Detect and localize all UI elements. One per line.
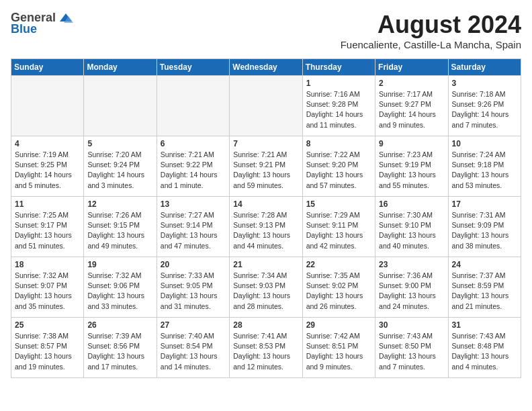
calendar-cell: 20Sunrise: 7:33 AMSunset: 9:05 PMDayligh… (157, 257, 229, 318)
day-number: 24 (452, 260, 517, 269)
day-number: 9 (379, 139, 444, 148)
day-number: 31 (452, 320, 517, 330)
calendar-week-2: 4Sunrise: 7:19 AMSunset: 9:25 PMDaylight… (11, 136, 521, 197)
day-number: 17 (452, 199, 517, 209)
logo-icon (58, 12, 73, 24)
day-header-tuesday: Tuesday (157, 59, 229, 76)
day-number: 14 (233, 199, 298, 209)
day-header-thursday: Thursday (302, 59, 375, 76)
page-header: General Blue August 2024 Fuencaliente, C… (11, 11, 521, 50)
day-number: 18 (15, 260, 80, 269)
day-number: 25 (15, 320, 80, 330)
cell-details: Sunrise: 7:40 AMSunset: 8:54 PMDaylight:… (161, 331, 226, 372)
day-number: 10 (452, 139, 517, 148)
calendar-cell: 12Sunrise: 7:26 AMSunset: 9:15 PMDayligh… (84, 197, 157, 257)
cell-details: Sunrise: 7:30 AMSunset: 9:10 PMDaylight:… (379, 210, 444, 251)
calendar-cell: 21Sunrise: 7:34 AMSunset: 9:03 PMDayligh… (230, 257, 302, 318)
cell-details: Sunrise: 7:32 AMSunset: 9:07 PMDaylight:… (15, 271, 80, 312)
calendar-table: SundayMondayTuesdayWednesdayThursdayFrid… (11, 58, 521, 378)
day-number: 29 (306, 320, 371, 330)
logo: General Blue (11, 11, 73, 36)
day-number: 8 (306, 139, 371, 148)
cell-details: Sunrise: 7:42 AMSunset: 8:51 PMDaylight:… (306, 331, 371, 372)
location: Fuencaliente, Castille-La Mancha, Spain (341, 39, 521, 50)
day-number: 16 (379, 199, 444, 209)
calendar-cell (230, 76, 302, 136)
day-number: 7 (233, 139, 298, 148)
day-number: 23 (379, 260, 444, 269)
calendar-cell: 28Sunrise: 7:41 AMSunset: 8:53 PMDayligh… (230, 318, 302, 378)
calendar-cell: 16Sunrise: 7:30 AMSunset: 9:10 PMDayligh… (375, 197, 448, 257)
calendar-cell: 8Sunrise: 7:22 AMSunset: 9:20 PMDaylight… (302, 136, 375, 197)
day-number: 6 (161, 139, 226, 148)
cell-details: Sunrise: 7:31 AMSunset: 9:09 PMDaylight:… (452, 210, 517, 251)
cell-details: Sunrise: 7:22 AMSunset: 9:20 PMDaylight:… (306, 150, 371, 191)
day-number: 2 (379, 79, 444, 88)
calendar-cell: 9Sunrise: 7:23 AMSunset: 9:19 PMDaylight… (375, 136, 448, 197)
calendar-cell: 13Sunrise: 7:27 AMSunset: 9:14 PMDayligh… (157, 197, 229, 257)
cell-details: Sunrise: 7:18 AMSunset: 9:26 PMDaylight:… (452, 89, 517, 130)
calendar-cell: 4Sunrise: 7:19 AMSunset: 9:25 PMDaylight… (11, 136, 84, 197)
calendar-cell: 17Sunrise: 7:31 AMSunset: 9:09 PMDayligh… (448, 197, 521, 257)
calendar-week-1: 1Sunrise: 7:16 AMSunset: 9:28 PMDaylight… (11, 76, 521, 136)
day-header-wednesday: Wednesday (230, 59, 302, 76)
calendar-cell: 10Sunrise: 7:24 AMSunset: 9:18 PMDayligh… (448, 136, 521, 197)
day-number: 4 (15, 139, 80, 148)
day-header-sunday: Sunday (11, 59, 84, 76)
calendar-cell: 6Sunrise: 7:21 AMSunset: 9:22 PMDaylight… (157, 136, 229, 197)
calendar-cell: 18Sunrise: 7:32 AMSunset: 9:07 PMDayligh… (11, 257, 84, 318)
cell-details: Sunrise: 7:39 AMSunset: 8:56 PMDaylight:… (87, 331, 152, 372)
cell-details: Sunrise: 7:35 AMSunset: 9:02 PMDaylight:… (306, 271, 371, 312)
cell-details: Sunrise: 7:21 AMSunset: 9:21 PMDaylight:… (233, 150, 298, 191)
day-number: 13 (161, 199, 226, 209)
calendar-cell: 14Sunrise: 7:28 AMSunset: 9:13 PMDayligh… (230, 197, 302, 257)
calendar-cell: 24Sunrise: 7:37 AMSunset: 8:59 PMDayligh… (448, 257, 521, 318)
day-number: 19 (87, 260, 152, 269)
cell-details: Sunrise: 7:16 AMSunset: 9:28 PMDaylight:… (306, 89, 371, 130)
calendar-cell: 2Sunrise: 7:17 AMSunset: 9:27 PMDaylight… (375, 76, 448, 136)
calendar-week-5: 25Sunrise: 7:38 AMSunset: 8:57 PMDayligh… (11, 318, 521, 378)
calendar-cell: 26Sunrise: 7:39 AMSunset: 8:56 PMDayligh… (84, 318, 157, 378)
day-number: 27 (161, 320, 226, 330)
calendar-week-3: 11Sunrise: 7:25 AMSunset: 9:17 PMDayligh… (11, 197, 521, 257)
day-header-saturday: Saturday (448, 59, 521, 76)
cell-details: Sunrise: 7:43 AMSunset: 8:48 PMDaylight:… (452, 331, 517, 372)
day-number: 30 (379, 320, 444, 330)
calendar-cell: 25Sunrise: 7:38 AMSunset: 8:57 PMDayligh… (11, 318, 84, 378)
cell-details: Sunrise: 7:20 AMSunset: 9:24 PMDaylight:… (87, 150, 152, 191)
calendar-cell: 23Sunrise: 7:36 AMSunset: 9:00 PMDayligh… (375, 257, 448, 318)
day-number: 12 (87, 199, 152, 209)
day-number: 11 (15, 199, 80, 209)
calendar-cell (11, 76, 84, 136)
calendar-cell (157, 76, 229, 136)
calendar-cell: 22Sunrise: 7:35 AMSunset: 9:02 PMDayligh… (302, 257, 375, 318)
cell-details: Sunrise: 7:21 AMSunset: 9:22 PMDaylight:… (161, 150, 226, 191)
day-number: 20 (161, 260, 226, 269)
calendar-cell: 3Sunrise: 7:18 AMSunset: 9:26 PMDaylight… (448, 76, 521, 136)
cell-details: Sunrise: 7:32 AMSunset: 9:06 PMDaylight:… (87, 271, 152, 312)
logo-blue-text: Blue (11, 22, 37, 36)
calendar-cell: 7Sunrise: 7:21 AMSunset: 9:21 PMDaylight… (230, 136, 302, 197)
day-number: 1 (306, 79, 371, 88)
cell-details: Sunrise: 7:29 AMSunset: 9:11 PMDaylight:… (306, 210, 371, 251)
calendar-cell: 31Sunrise: 7:43 AMSunset: 8:48 PMDayligh… (448, 318, 521, 378)
day-header-friday: Friday (375, 59, 448, 76)
calendar-cell: 27Sunrise: 7:40 AMSunset: 8:54 PMDayligh… (157, 318, 229, 378)
cell-details: Sunrise: 7:26 AMSunset: 9:15 PMDaylight:… (87, 210, 152, 251)
day-number: 22 (306, 260, 371, 269)
calendar-cell: 29Sunrise: 7:42 AMSunset: 8:51 PMDayligh… (302, 318, 375, 378)
calendar-cell: 1Sunrise: 7:16 AMSunset: 9:28 PMDaylight… (302, 76, 375, 136)
calendar-week-4: 18Sunrise: 7:32 AMSunset: 9:07 PMDayligh… (11, 257, 521, 318)
calendar-header-row: SundayMondayTuesdayWednesdayThursdayFrid… (11, 59, 521, 76)
cell-details: Sunrise: 7:27 AMSunset: 9:14 PMDaylight:… (161, 210, 226, 251)
calendar-cell: 19Sunrise: 7:32 AMSunset: 9:06 PMDayligh… (84, 257, 157, 318)
cell-details: Sunrise: 7:23 AMSunset: 9:19 PMDaylight:… (379, 150, 444, 191)
day-number: 15 (306, 199, 371, 209)
day-number: 26 (87, 320, 152, 330)
cell-details: Sunrise: 7:36 AMSunset: 9:00 PMDaylight:… (379, 271, 444, 312)
calendar-cell (84, 76, 157, 136)
day-number: 3 (452, 79, 517, 88)
cell-details: Sunrise: 7:41 AMSunset: 8:53 PMDaylight:… (233, 331, 298, 372)
cell-details: Sunrise: 7:38 AMSunset: 8:57 PMDaylight:… (15, 331, 80, 372)
cell-details: Sunrise: 7:25 AMSunset: 9:17 PMDaylight:… (15, 210, 80, 251)
